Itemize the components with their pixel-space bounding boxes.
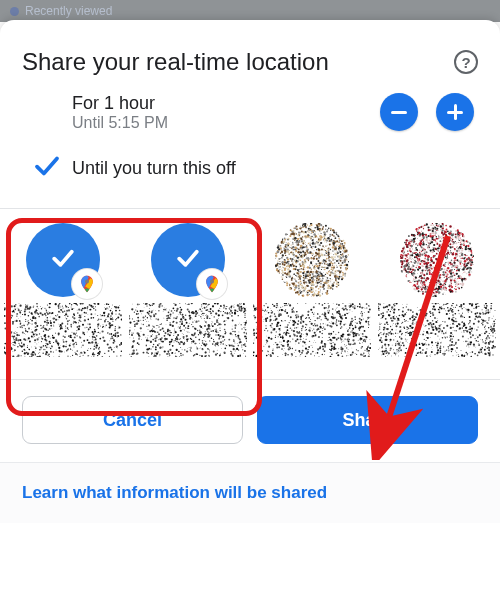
svg-point-1409 — [202, 313, 203, 314]
contact-item[interactable] — [253, 223, 372, 359]
contact-avatar-redacted — [400, 223, 474, 297]
svg-point-5101 — [414, 331, 415, 332]
svg-point-4213 — [419, 250, 421, 252]
svg-point-1197 — [217, 325, 218, 326]
svg-point-5282 — [403, 345, 405, 347]
svg-point-3370 — [359, 306, 361, 308]
svg-point-5336 — [484, 328, 485, 329]
svg-point-3889 — [448, 277, 449, 278]
svg-point-4943 — [458, 313, 459, 314]
contact-item[interactable] — [4, 223, 123, 359]
svg-point-3529 — [429, 257, 430, 258]
svg-point-1288 — [220, 324, 222, 326]
svg-point-1557 — [304, 278, 306, 280]
svg-point-2893 — [368, 311, 370, 313]
svg-point-5456 — [398, 319, 399, 320]
svg-point-1129 — [212, 311, 213, 312]
svg-point-280 — [33, 306, 34, 307]
svg-point-2289 — [341, 278, 343, 280]
svg-point-71 — [89, 309, 90, 310]
learn-more-link[interactable]: Learn what information will be shared — [0, 462, 500, 523]
svg-point-5458 — [479, 306, 480, 307]
svg-point-144 — [105, 326, 106, 327]
svg-point-2891 — [301, 341, 302, 342]
svg-point-566 — [17, 346, 19, 348]
svg-point-5199 — [414, 345, 415, 346]
svg-point-3288 — [332, 322, 333, 323]
svg-point-1221 — [200, 316, 201, 317]
duration-option-row[interactable]: For 1 hour Until 5:15 PM — [0, 84, 500, 140]
svg-point-8 — [37, 325, 39, 327]
svg-point-2996 — [347, 313, 348, 314]
svg-point-443 — [107, 332, 108, 333]
svg-point-4491 — [456, 247, 457, 248]
svg-point-3838 — [459, 283, 461, 285]
svg-point-2832 — [275, 335, 276, 336]
svg-point-1003 — [158, 327, 159, 328]
svg-point-5057 — [478, 343, 479, 344]
svg-point-5162 — [424, 314, 426, 316]
share-button[interactable]: Share — [257, 396, 478, 444]
svg-point-2969 — [324, 328, 326, 330]
svg-point-1343 — [201, 340, 203, 342]
svg-point-3276 — [345, 317, 347, 319]
svg-point-5289 — [427, 323, 429, 325]
svg-point-5426 — [477, 327, 478, 328]
svg-point-1941 — [279, 263, 281, 265]
svg-point-1401 — [220, 354, 221, 355]
increase-duration-button[interactable] — [436, 93, 474, 131]
svg-point-4297 — [413, 288, 415, 290]
svg-point-3188 — [294, 327, 295, 328]
svg-point-2676 — [339, 273, 341, 275]
svg-point-2170 — [286, 242, 287, 243]
svg-point-4019 — [408, 242, 410, 244]
svg-point-2128 — [301, 249, 302, 250]
svg-point-2663 — [294, 235, 296, 237]
svg-point-344 — [64, 351, 65, 352]
svg-point-2236 — [295, 266, 297, 268]
svg-point-362 — [43, 349, 45, 351]
svg-point-200 — [79, 314, 81, 316]
svg-point-4683 — [411, 274, 413, 276]
svg-point-897 — [219, 308, 220, 309]
svg-point-1969 — [310, 235, 311, 236]
until-off-option-row[interactable]: Until you turn this off — [0, 140, 500, 196]
svg-point-3383 — [312, 347, 313, 348]
contact-item[interactable] — [129, 223, 248, 359]
cancel-button[interactable]: Cancel — [22, 396, 243, 444]
svg-point-798 — [180, 318, 182, 320]
svg-point-366 — [29, 340, 31, 342]
svg-point-5005 — [452, 327, 453, 328]
svg-point-2552 — [308, 275, 309, 276]
svg-point-509 — [50, 320, 51, 321]
svg-point-876 — [211, 312, 212, 313]
svg-point-1824 — [321, 254, 323, 256]
svg-point-2932 — [306, 317, 307, 318]
svg-point-5381 — [402, 307, 403, 308]
svg-point-2866 — [367, 319, 368, 320]
svg-point-725 — [68, 309, 70, 311]
svg-point-4505 — [445, 273, 447, 275]
svg-point-359 — [35, 346, 36, 347]
svg-point-3898 — [417, 263, 418, 264]
svg-point-1727 — [324, 249, 325, 250]
svg-point-2221 — [305, 225, 307, 227]
svg-point-477 — [97, 324, 99, 326]
svg-point-2956 — [291, 320, 292, 321]
help-button[interactable]: ? — [454, 50, 478, 74]
svg-point-3796 — [424, 252, 425, 253]
svg-point-3347 — [342, 308, 343, 309]
svg-point-1175 — [167, 328, 168, 329]
svg-point-2886 — [301, 352, 303, 354]
svg-point-3307 — [265, 344, 266, 345]
svg-point-2989 — [366, 303, 368, 305]
svg-point-3174 — [311, 309, 313, 311]
svg-point-457 — [121, 344, 122, 345]
decrease-duration-button[interactable] — [380, 93, 418, 131]
svg-point-5127 — [436, 347, 438, 349]
svg-point-119 — [68, 307, 69, 308]
contact-item[interactable] — [378, 223, 497, 359]
svg-point-142 — [28, 315, 30, 317]
svg-point-4493 — [412, 272, 414, 274]
svg-point-1160 — [214, 303, 216, 304]
